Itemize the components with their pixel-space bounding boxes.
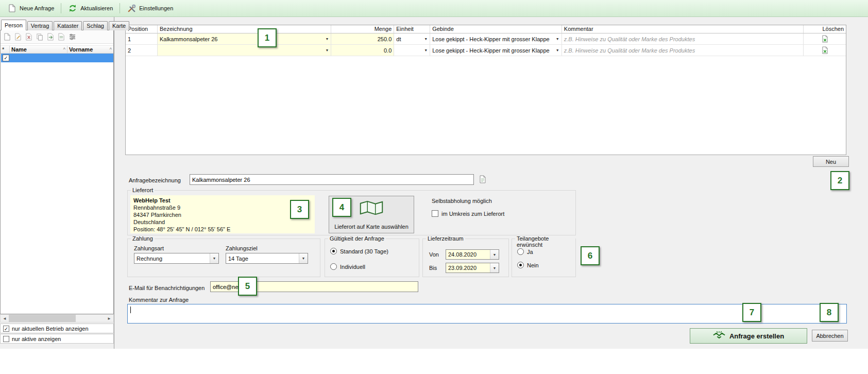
tab-schlag[interactable]: Schlag: [83, 21, 108, 30]
anfragebezeichnung-label: Anfragebezeichnung: [129, 177, 181, 183]
zahlungsart-value: Rechnung: [137, 256, 162, 262]
lieferort-group: Lieferort WebHelp Test Rennbahnstraße 9 …: [127, 190, 576, 235]
column-header-name[interactable]: Name ^: [10, 46, 67, 53]
zahlungsziel-select[interactable]: 14 Tage ▼: [226, 253, 308, 264]
chevron-down-icon[interactable]: ▼: [554, 48, 559, 52]
list-scrollbar[interactable]: ◄ ►: [0, 314, 114, 322]
new-entry-icon[interactable]: [3, 32, 12, 42]
radio-ja[interactable]: [517, 248, 524, 255]
kommentar-input[interactable]: z.B. Hinweise zu Qualität oder Marke des…: [562, 33, 804, 44]
chevron-down-icon[interactable]: ▼: [554, 37, 559, 41]
scroll-left-button[interactable]: ◄: [1, 315, 9, 322]
radio-ja-row[interactable]: Ja: [517, 248, 533, 255]
row-checkbox[interactable]: ✓: [3, 55, 9, 61]
radio-individuell-row[interactable]: Individuell: [330, 263, 365, 270]
radio-nein[interactable]: [517, 262, 524, 268]
gebinde-combobox[interactable]: Lose gekippt - Heck-Kipper mit grosser K…: [430, 45, 562, 56]
column-header-loeschen: Löschen: [804, 25, 846, 33]
gebinde-combobox[interactable]: Lose gekippt - Heck-Kipper mit grosser K…: [430, 33, 562, 44]
umkreis-checkbox[interactable]: [432, 210, 438, 217]
column-header-position: Position: [126, 25, 158, 33]
von-date-select[interactable]: 24.08.2020 ▼: [446, 249, 499, 260]
column-header-vorname-label: Vorname: [69, 46, 93, 53]
menge-input[interactable]: 250.0: [331, 33, 394, 44]
create-request-label: Anfrage erstellen: [729, 332, 784, 340]
filter-current-betrieb-label: nur aktuellen Betrieb anzeigen: [12, 326, 89, 332]
chevron-down-icon[interactable]: ▼: [324, 48, 329, 52]
delete-row-button[interactable]: [804, 45, 846, 56]
einheit-combobox[interactable]: ▼: [394, 45, 430, 56]
radio-nein-row[interactable]: Nein: [517, 262, 539, 268]
radio-individuell[interactable]: [330, 263, 337, 270]
scroll-thumb[interactable]: [9, 315, 76, 322]
column-header-kommentar: Kommentar: [562, 25, 804, 33]
einheit-combobox[interactable]: dt ▼: [394, 33, 430, 44]
radio-ja-label: Ja: [527, 249, 533, 255]
filter-current-betrieb-checkbox[interactable]: ✓: [3, 326, 9, 332]
chevron-down-icon[interactable]: ▼: [422, 37, 428, 41]
delete-row-icon: [820, 35, 829, 44]
menge-input[interactable]: 0.0: [331, 45, 394, 56]
annotation-4: 4: [332, 198, 351, 217]
bis-date-select[interactable]: 23.09.2020 ▼: [446, 263, 499, 273]
bezeichnung-combobox[interactable]: Kalkammonsalpeter 26 ▼: [158, 33, 332, 44]
delete-entry-icon[interactable]: [24, 32, 33, 42]
umkreis-checkbox-row[interactable]: im Umkreis zum Lieferort: [432, 210, 504, 217]
radio-individuell-label: Individuell: [340, 264, 365, 270]
position-row-1: 1 Kalkammonsalpeter 26 ▼ 250.0 dt ▼ Lose…: [126, 33, 846, 45]
column-header-gebinde: Gebinde: [430, 25, 562, 33]
column-header-vorname[interactable]: Vorname ^: [67, 46, 113, 53]
chevron-down-icon: ▼: [210, 253, 218, 263]
tab-kataster[interactable]: Kataster: [54, 21, 82, 30]
filter-current-betrieb[interactable]: ✓ nur aktuellen Betrieb anzeigen: [0, 324, 114, 333]
note-icon[interactable]: [478, 175, 487, 184]
lieferort-country: Deutschland: [133, 218, 312, 226]
kommentar-textarea[interactable]: [127, 304, 847, 324]
new-document-icon: [7, 4, 16, 13]
neu-button[interactable]: Neu: [813, 156, 849, 167]
tools-icon: [127, 4, 136, 13]
export-entry-icon[interactable]: [57, 32, 66, 42]
filter-active-only-checkbox[interactable]: [3, 336, 9, 342]
scroll-track[interactable]: [9, 315, 105, 322]
anfragebezeichnung-input[interactable]: [190, 174, 474, 185]
tab-person[interactable]: Person: [1, 20, 26, 30]
new-request-button[interactable]: Neue Anfrage: [3, 1, 58, 15]
lieferort-street: Rennbahnstraße 9: [133, 204, 312, 211]
list-row[interactable]: ✓: [1, 54, 113, 62]
scroll-right-button[interactable]: ►: [105, 315, 113, 322]
edit-entry-icon[interactable]: [13, 32, 23, 42]
gebinde-value: Lose gekippt - Heck-Kipper mit grosser K…: [432, 47, 549, 54]
chevron-down-icon: ▼: [490, 250, 499, 259]
kommentar-input[interactable]: z.B. Hinweise zu Qualität oder Marke des…: [562, 45, 804, 56]
cancel-button[interactable]: Abbrechen: [812, 330, 848, 342]
duplicate-entry-icon[interactable]: [46, 32, 55, 42]
tab-vertrag[interactable]: Vertrag: [27, 21, 53, 30]
refresh-button[interactable]: Aktualisieren: [64, 1, 117, 15]
radio-standard-row[interactable]: Standard (30 Tage): [330, 248, 388, 254]
bezeichnung-value: Kalkammonsalpeter 26: [160, 36, 218, 42]
handshake-icon: [713, 331, 725, 341]
main-area: Position Bezeichnung Menge Einheit Gebin…: [114, 17, 868, 349]
annotation-1: 1: [258, 28, 277, 47]
chevron-down-icon[interactable]: ▼: [324, 37, 329, 41]
bis-date-value: 23.09.2020: [448, 265, 476, 271]
radio-standard[interactable]: [330, 248, 337, 254]
gueltigkeit-group: Gültigkeit der Anfrage Standard (30 Tage…: [325, 239, 419, 277]
annotation-7: 7: [742, 303, 761, 322]
refresh-label: Aktualisieren: [80, 5, 113, 11]
settings-button[interactable]: Einstellungen: [123, 1, 177, 15]
einheit-value: dt: [396, 36, 401, 42]
filter-active-only[interactable]: nur aktive anzeigen: [0, 334, 114, 344]
column-header-star: *: [1, 46, 10, 53]
text-cursor: [130, 307, 131, 313]
delete-row-button[interactable]: [804, 33, 846, 44]
create-request-button[interactable]: Anfrage erstellen: [690, 328, 807, 344]
chevron-down-icon[interactable]: ▼: [422, 48, 428, 52]
copy-entry-icon[interactable]: [35, 32, 44, 42]
bezeichnung-combobox[interactable]: ▼: [158, 45, 332, 56]
tab-karte[interactable]: Karte: [109, 21, 129, 30]
filter-icon[interactable]: [67, 32, 77, 42]
positions-table: Position Bezeichnung Menge Einheit Gebin…: [125, 25, 846, 155]
zahlungsart-select[interactable]: Rechnung ▼: [134, 253, 219, 264]
